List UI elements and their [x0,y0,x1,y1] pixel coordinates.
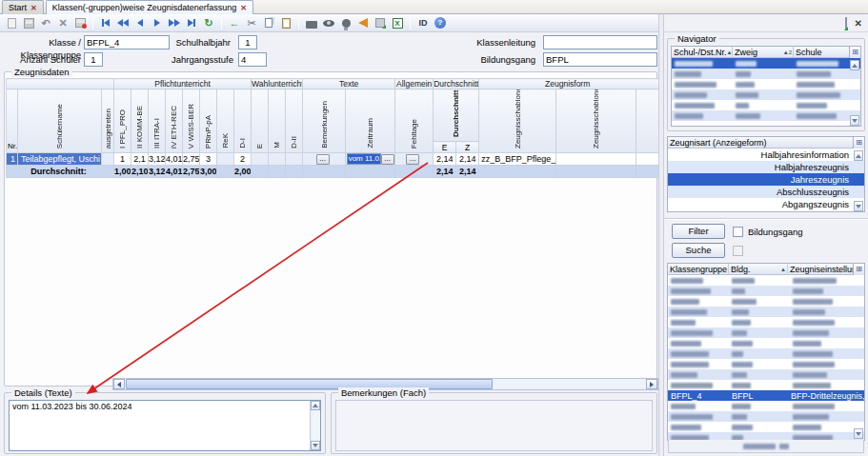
redacted-row[interactable] [668,286,864,296]
schulhalbjahr-input[interactable] [238,35,257,50]
tab-close-icon[interactable]: ✕ [240,4,247,12]
fehltage-ellipsis-button[interactable]: ... [406,154,419,165]
save-icon[interactable] [21,16,36,30]
cell-grade[interactable]: 3,12 [149,153,166,166]
klassenleitung-input[interactable] [543,35,657,50]
next-record-icon[interactable] [150,16,165,30]
export-run-icon[interactable] [373,16,388,30]
suche-button[interactable]: Suche [672,243,725,258]
col-header-subject[interactable]: ReK [217,89,234,153]
redacted-row[interactable] [668,369,864,380]
zeitraum-ellipsis-button[interactable]: ... [381,154,394,165]
redacted-row[interactable] [672,79,860,89]
cell-grade[interactable]: 3 [200,153,217,166]
first-record-icon[interactable] [98,16,113,30]
id-button[interactable]: ID [415,16,431,30]
zeugnisart-item[interactable]: Halbjahreszeugnis [668,161,864,173]
paste-icon[interactable] [278,16,293,30]
cell-zeugnisschablone-2[interactable] [556,153,636,166]
redacted-row[interactable] [672,100,860,110]
zeugnisart-item[interactable]: Abgangszeugnis [668,198,864,210]
scroll-up-button[interactable] [850,60,859,70]
cell-wahl[interactable] [286,153,303,166]
filter-button[interactable]: Filter [672,224,725,239]
preview-icon[interactable] [321,16,336,30]
refresh-icon[interactable]: ↻ [201,16,216,30]
redacted-row[interactable] [668,380,864,390]
col-header-subject[interactable]: D-I [234,89,252,153]
fast-previous-icon[interactable] [115,16,131,30]
tab-close-icon[interactable]: ✕ [30,4,37,12]
redacted-row[interactable] [668,327,864,338]
last-record-icon[interactable] [184,16,199,30]
cell-ausgetreten[interactable] [102,153,114,166]
help-icon[interactable]: ? [433,16,448,30]
tab-zeugnisdatenerfassung[interactable]: Klassen(-gruppen)weise Zeugnisdatenerfas… [46,0,253,14]
detach-window-icon[interactable] [845,18,847,29]
col-header-subject[interactable]: II KOMM-BE [131,89,149,153]
panel-close-icon[interactable]: ✕ [855,18,862,29]
jahrgangsstufe-input[interactable] [238,52,267,67]
redacted-row[interactable] [668,422,864,432]
col-header-subject[interactable]: III ITRA-I [149,89,166,153]
bemerkungen-fach-textarea[interactable] [335,400,653,451]
col-header-bemerkungen[interactable]: Bemerkungen [303,89,346,153]
cut-icon[interactable]: ✂ [244,16,259,30]
copy-icon[interactable] [261,16,276,30]
redacted-row[interactable] [668,338,864,348]
cell-durchschnitt-e[interactable]: 2,14 [434,153,456,166]
redacted-row[interactable] [668,359,864,369]
scrollbar-thumb[interactable] [126,379,493,389]
navigator-col-schule[interactable]: Schule [794,47,849,58]
redacted-row[interactable] [668,296,864,307]
scroll-down-button[interactable] [311,441,320,450]
col-header-subject[interactable]: IV ETH-REC [166,89,183,153]
redacted-row[interactable] [668,317,864,327]
col-header-schuelername[interactable]: Schülername [18,89,102,153]
cell-durchschnitt-z[interactable]: 2,14 [456,153,479,166]
redacted-row[interactable] [668,401,864,411]
scroll-left-button[interactable] [113,379,125,389]
zeugnisart-item[interactable]: Halbjahresinformation [668,149,864,161]
details-texte-textarea[interactable]: vom 11.03.2023 bis 30.06.2024 [9,400,321,451]
scroll-up-button[interactable] [311,401,320,410]
bemerkungen-ellipsis-button[interactable]: ... [316,154,330,165]
zeugnisart-item-selected[interactable]: Jahreszeugnis [668,173,864,186]
cell-bemerkungen[interactable]: ... [303,153,346,166]
cell-grade[interactable] [217,153,234,166]
col-header-wahl[interactable]: E [252,89,269,153]
col-header-wahl[interactable]: D-II [286,89,303,153]
print-icon[interactable] [304,16,319,30]
scroll-down-button[interactable] [854,428,863,439]
navigator-col-zweig[interactable]: Zweig▲2 [733,47,794,58]
column-chooser-icon[interactable]: ⊞ [853,137,864,149]
col-header-wahl[interactable]: M [269,89,286,153]
bulb-icon[interactable] [338,16,353,30]
cell-grade[interactable]: 2 [234,153,252,166]
scroll-right-button[interactable] [646,379,657,389]
cell-grade[interactable]: 2,75 [183,153,200,166]
col-header-subject[interactable]: I PFL_PRO [114,89,131,153]
undo-icon[interactable]: ↶ [38,16,53,30]
redacted-row[interactable] [668,307,864,317]
previous-record-icon[interactable] [132,16,148,30]
redacted-row[interactable] [672,58,860,69]
redacted-row[interactable] [672,69,860,79]
tab-start[interactable]: Start ✕ [2,0,44,14]
cell-grade[interactable]: 2,1 [131,153,149,166]
student-row[interactable]: 1 Teilabgepflegt, Uschi 1 2,1 3,12 4,01 … [7,153,659,166]
back-arrow-icon[interactable]: ← [227,16,242,30]
cell-grade[interactable]: 4,01 [166,153,183,166]
cell-zeitraum[interactable]: vom 11.0...... [346,153,395,166]
cell-zeugnisschablone-1[interactable]: zz_B_BFP_Pflege_J_A4 [479,153,556,166]
megaphone-icon[interactable] [355,16,371,30]
klassengruppen-col-bldg[interactable]: Bldg.▲ [729,264,788,275]
klasse-input[interactable] [84,35,170,50]
cell-wahl[interactable] [269,153,286,166]
cell-blank[interactable] [636,153,659,166]
cell-wahl[interactable] [252,153,269,166]
cell-nr[interactable]: 1 [7,153,18,166]
zeugnisart-item[interactable]: Abschlusszeugnis [668,186,864,198]
table-edit-icon[interactable] [72,16,88,30]
scroll-up-button[interactable] [854,150,863,161]
